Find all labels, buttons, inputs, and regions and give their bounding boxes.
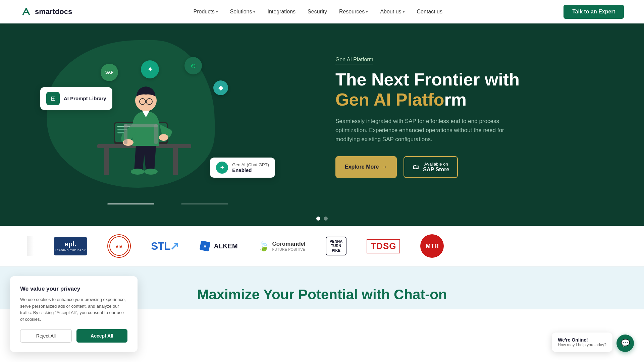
cookie-banner: We value your privacy We use cookies to … [10,276,138,309]
logo-turnpike: PENNATURNPIKE [326,236,347,256]
hero-illustration: SAP ✦ ☺ ◆ [27,30,309,204]
slide-bar-2[interactable] [181,203,228,204]
ai-prompt-card: ⊞ AI Prompt Library [40,87,112,110]
talk-to-expert-button[interactable]: Talk to an Expert [564,5,624,19]
logo[interactable]: smartdocs [20,6,72,18]
hero-buttons: Explore More → 🗂 Available on SAP Store [335,156,617,178]
logos-bar: epl. LEADING THE PACK AIA STL↗ A ALKEM 🍃… [0,226,644,266]
svg-text:A: A [204,244,207,249]
hero-tag: Gen AI Platform [335,57,373,64]
logo-mtr: MTR [420,236,444,256]
svg-point-15 [144,169,158,175]
hero-subtitle: Seamlessly integrated with SAP for effor… [335,117,510,144]
gen-ai-icon: ✦ [216,162,228,174]
arrow-right-icon: → [382,164,387,170]
logo-icon [20,6,32,18]
nav-resources[interactable]: Resources ▾ [339,9,368,15]
logo-epl: epl. LEADING THE PACK [54,236,87,256]
sap-store-icon: 🗂 [412,163,419,171]
hero-content: Gen AI Platform The Next Frontier with G… [309,57,617,178]
logo-alkem: A ALKEM [199,236,237,256]
cookie-text: We use cookies to enhance your browsing … [20,296,127,309]
nav-about[interactable]: About us ▾ [380,9,405,15]
nav-security[interactable]: Security [308,9,327,15]
svg-rect-1 [104,148,109,175]
slide-progress [107,203,228,204]
gen-ai-card: ✦ Gen AI (Chat GPT) Enabled [210,158,275,178]
nav-products[interactable]: Products ▾ [194,9,218,15]
alkem-icon: A [199,240,211,252]
dot-2[interactable] [324,217,328,221]
sap-store-button[interactable]: 🗂 Available on SAP Store [404,156,458,178]
chevron-down-icon: ▾ [403,10,405,14]
hero-section: SAP ✦ ☺ ◆ [0,23,644,211]
logo-coromandel: 🍃 Coromandel FUTURE POSITIVE [258,236,306,256]
aia-icon: AIA [109,236,129,256]
svg-rect-18 [124,124,158,127]
logo-tdsg: TDSG [367,236,400,256]
chevron-down-icon: ▾ [216,10,218,14]
nav-contact[interactable]: Contact us [417,9,442,15]
navbar: smartdocs Products ▾ Solutions ▾ Integra… [0,0,644,23]
person-illustration [70,57,211,184]
cookie-title: We value your privacy [20,286,127,292]
nav-integrations[interactable]: Integrations [267,9,296,15]
ai-prompt-text: AI Prompt Library [64,96,106,102]
teal-float-icon: ◆ [213,80,228,95]
dot-1[interactable] [316,217,320,221]
chevron-down-icon: ▾ [253,10,255,14]
sap-store-text: Available on SAP Store [423,162,449,173]
svg-rect-2 [173,148,178,175]
explore-more-button[interactable]: Explore More → [335,156,397,178]
svg-point-13 [159,134,168,141]
logo-partial [27,236,34,256]
hero-illustration-area: SAP ✦ ☺ ◆ [27,30,309,204]
hero-title: The Next Frontier with Gen AI Platform [335,70,617,110]
logo-text: smartdocs [35,7,72,16]
nav-links: Products ▾ Solutions ▾ Integrations Secu… [194,9,443,15]
gen-ai-text: Gen AI (Chat GPT) Enabled [232,162,269,173]
ai-prompt-icon: ⊞ [46,92,60,105]
chevron-down-icon: ▾ [366,10,368,14]
slide-bar-1[interactable] [107,203,154,204]
hero-title-highlight: Gen AI Platfo [335,90,444,109]
logo-aia: AIA [107,236,131,256]
svg-point-14 [131,169,144,175]
nav-solutions[interactable]: Solutions ▾ [230,9,256,15]
logo-stl: STL↗ [151,236,179,256]
hero-dots [0,211,644,226]
svg-text:AIA: AIA [116,245,123,249]
